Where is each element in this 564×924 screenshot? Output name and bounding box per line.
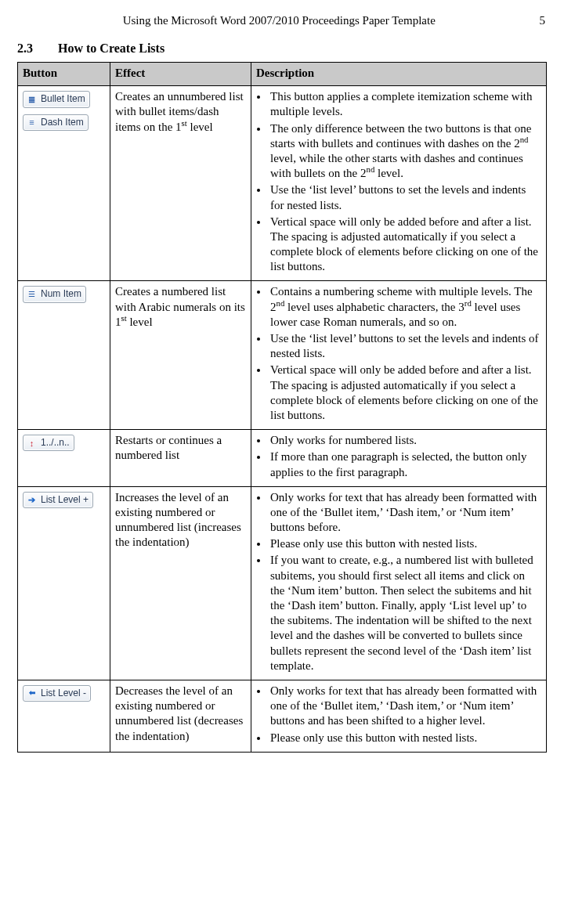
level-down-icon <box>26 688 38 699</box>
num-icon <box>26 289 38 301</box>
button-cell: List Level - <box>18 680 110 752</box>
button-label: 1../..n.. <box>41 437 70 449</box>
table-row: Num ItemCreates a numbered list with Ara… <box>18 281 547 430</box>
num-item-button[interactable]: Num Item <box>23 286 86 302</box>
table-row: List Level -Decreases the level of an ex… <box>18 680 547 752</box>
description-item: Contains a numbering scheme with multipl… <box>269 284 541 330</box>
bullets-icon <box>26 93 38 105</box>
description-item: This button applies a complete itemizati… <box>269 89 541 119</box>
list-level-up-button[interactable]: List Level + <box>23 492 93 508</box>
list-level-down-button[interactable]: List Level - <box>23 685 91 702</box>
table-row: Bullet ItemDash ItemCreates an unnumbere… <box>18 86 547 281</box>
description-item: Use the ‘list level’ buttons to set the … <box>269 331 541 361</box>
description-item: Vertical space will only be added before… <box>269 363 541 423</box>
restart-icon <box>26 437 38 449</box>
button-cell: Bullet ItemDash Item <box>18 86 110 281</box>
dash-item-button[interactable]: Dash Item <box>23 114 89 131</box>
list-buttons-table: Button Effect Description Bullet ItemDas… <box>17 62 547 753</box>
button-label: Dash Item <box>41 117 84 128</box>
button-label: Bullet Item <box>41 93 85 105</box>
button-cell: 1../..n.. <box>18 430 110 487</box>
section-number: 2.3 <box>17 42 55 56</box>
page-number: 5 <box>540 14 546 27</box>
description-cell: Contains a numbering scheme with multipl… <box>251 281 547 430</box>
description-item: If you want to create, e.g., a numbered … <box>269 553 541 673</box>
effect-cell: Decreases the level of an existing numbe… <box>110 680 251 752</box>
effect-cell: Creates a numbered list with Arabic nume… <box>110 281 251 430</box>
description-item: If more than one paragraph is selected, … <box>269 449 541 479</box>
button-label: List Level + <box>41 494 89 506</box>
table-row: List Level +Increases the level of an ex… <box>18 486 547 680</box>
level-up-icon <box>26 494 38 506</box>
button-label: List Level - <box>41 688 86 699</box>
effect-cell: Restarts or continues a numbered list <box>110 430 251 487</box>
description-cell: Only works for text that has already bee… <box>251 680 547 752</box>
description-cell: Only works for numbered lists.If more th… <box>251 430 547 487</box>
col-header-effect: Effect <box>110 63 251 86</box>
description-cell: This button applies a complete itemizati… <box>251 86 547 281</box>
button-label: Num Item <box>41 288 81 300</box>
section-title: How to Create Lists <box>58 42 164 55</box>
description-item: The only difference between the two butt… <box>269 121 541 182</box>
running-header: Using the Microsoft Word 2007/2010 Proce… <box>17 14 547 27</box>
description-item: Use the ‘list level’ buttons to set the … <box>269 182 541 212</box>
button-cell: List Level + <box>18 486 110 680</box>
col-header-button: Button <box>18 63 110 86</box>
effect-cell: Increases the level of an existing numbe… <box>110 486 251 680</box>
bullet-item-button[interactable]: Bullet Item <box>23 91 90 107</box>
description-cell: Only works for text that has already bee… <box>251 486 547 680</box>
description-item: Vertical space will only be added before… <box>269 215 541 275</box>
effect-cell: Creates an unnumbered list with bullet i… <box>110 86 251 281</box>
col-header-description: Description <box>251 63 547 86</box>
restart-numbering-button[interactable]: 1../..n.. <box>23 435 74 451</box>
section-heading: 2.3 How to Create Lists <box>17 42 547 56</box>
table-row: 1../..n..Restarts or continues a numbere… <box>18 430 547 487</box>
description-item: Only works for numbered lists. <box>269 433 541 448</box>
description-item: Please only use this button with nested … <box>269 731 541 745</box>
button-cell: Num Item <box>18 281 110 430</box>
description-item: Please only use this button with nested … <box>269 536 541 551</box>
description-item: Only works for text that has already bee… <box>269 684 541 729</box>
dashes-icon <box>26 117 38 128</box>
description-item: Only works for text that has already bee… <box>269 490 541 536</box>
header-title: Using the Microsoft Word 2007/2010 Proce… <box>123 14 436 27</box>
